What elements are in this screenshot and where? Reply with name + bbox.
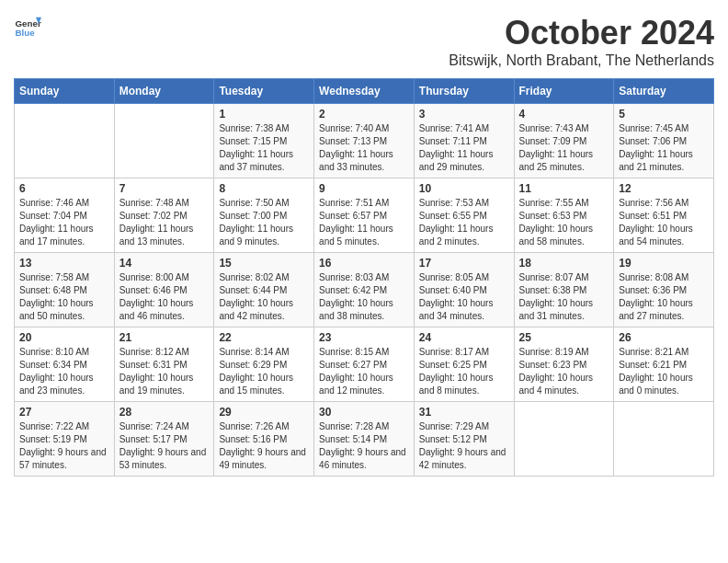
- calendar-cell: 3Sunrise: 7:41 AM Sunset: 7:11 PM Daylig…: [414, 104, 514, 178]
- day-number: 10: [419, 182, 509, 195]
- calendar-cell: 17Sunrise: 8:05 AM Sunset: 6:40 PM Dayli…: [414, 253, 514, 327]
- calendar-cell: 29Sunrise: 7:26 AM Sunset: 5:16 PM Dayli…: [214, 402, 314, 477]
- calendar-cell: 7Sunrise: 7:48 AM Sunset: 7:02 PM Daylig…: [114, 178, 214, 253]
- title-area: October 2024 Bitswijk, North Brabant, Th…: [449, 14, 714, 69]
- day-number: 27: [19, 406, 109, 419]
- day-info: Sunrise: 7:46 AM Sunset: 7:04 PM Dayligh…: [19, 197, 109, 248]
- day-info: Sunrise: 8:03 AM Sunset: 6:42 PM Dayligh…: [319, 271, 409, 323]
- day-number: 13: [19, 257, 109, 270]
- day-number: 7: [119, 182, 210, 195]
- calendar-cell: 4Sunrise: 7:43 AM Sunset: 7:09 PM Daylig…: [514, 104, 614, 178]
- day-info: Sunrise: 8:17 AM Sunset: 6:25 PM Dayligh…: [419, 346, 509, 397]
- calendar-cell: [114, 104, 214, 178]
- calendar-cell: 22Sunrise: 8:14 AM Sunset: 6:29 PM Dayli…: [214, 327, 314, 402]
- calendar-cell: 16Sunrise: 8:03 AM Sunset: 6:42 PM Dayli…: [314, 253, 415, 327]
- calendar-cell: 31Sunrise: 7:29 AM Sunset: 5:12 PM Dayli…: [414, 402, 514, 477]
- day-info: Sunrise: 7:41 AM Sunset: 7:11 PM Dayligh…: [419, 122, 509, 174]
- calendar-cell: [15, 104, 115, 178]
- day-number: 25: [519, 331, 609, 344]
- day-number: 21: [119, 331, 210, 344]
- day-number: 20: [19, 331, 109, 344]
- week-row-3: 13Sunrise: 7:58 AM Sunset: 6:48 PM Dayli…: [15, 253, 714, 327]
- day-header-monday: Monday: [114, 79, 214, 104]
- day-number: 9: [319, 182, 409, 195]
- day-info: Sunrise: 8:12 AM Sunset: 6:31 PM Dayligh…: [119, 346, 210, 397]
- calendar-cell: 11Sunrise: 7:55 AM Sunset: 6:53 PM Dayli…: [514, 178, 614, 253]
- day-info: Sunrise: 8:14 AM Sunset: 6:29 PM Dayligh…: [219, 346, 309, 397]
- calendar-cell: 26Sunrise: 8:21 AM Sunset: 6:21 PM Dayli…: [614, 327, 714, 402]
- day-number: 3: [419, 108, 509, 121]
- day-info: Sunrise: 7:53 AM Sunset: 6:55 PM Dayligh…: [419, 197, 509, 248]
- calendar-cell: [514, 402, 614, 477]
- day-info: Sunrise: 7:38 AM Sunset: 7:15 PM Dayligh…: [219, 122, 309, 174]
- calendar-cell: 15Sunrise: 8:02 AM Sunset: 6:44 PM Dayli…: [214, 253, 314, 327]
- day-info: Sunrise: 8:02 AM Sunset: 6:44 PM Dayligh…: [219, 271, 309, 323]
- week-row-5: 27Sunrise: 7:22 AM Sunset: 5:19 PM Dayli…: [15, 402, 714, 477]
- calendar-cell: 23Sunrise: 8:15 AM Sunset: 6:27 PM Dayli…: [314, 327, 415, 402]
- week-row-1: 1Sunrise: 7:38 AM Sunset: 7:15 PM Daylig…: [15, 104, 714, 178]
- calendar-cell: 9Sunrise: 7:51 AM Sunset: 6:57 PM Daylig…: [314, 178, 415, 253]
- day-header-tuesday: Tuesday: [214, 79, 314, 104]
- day-number: 23: [319, 331, 409, 344]
- calendar-table: SundayMondayTuesdayWednesdayThursdayFrid…: [14, 78, 714, 477]
- calendar-cell: 18Sunrise: 8:07 AM Sunset: 6:38 PM Dayli…: [514, 253, 614, 327]
- day-number: 2: [319, 108, 409, 121]
- calendar-cell: 8Sunrise: 7:50 AM Sunset: 7:00 PM Daylig…: [214, 178, 314, 253]
- day-info: Sunrise: 8:07 AM Sunset: 6:38 PM Dayligh…: [519, 271, 609, 323]
- week-row-2: 6Sunrise: 7:46 AM Sunset: 7:04 PM Daylig…: [15, 178, 714, 253]
- day-number: 28: [119, 406, 210, 419]
- calendar-cell: 6Sunrise: 7:46 AM Sunset: 7:04 PM Daylig…: [15, 178, 115, 253]
- day-info: Sunrise: 7:48 AM Sunset: 7:02 PM Dayligh…: [119, 197, 210, 248]
- day-info: Sunrise: 7:40 AM Sunset: 7:13 PM Dayligh…: [319, 122, 409, 174]
- day-info: Sunrise: 8:15 AM Sunset: 6:27 PM Dayligh…: [319, 346, 409, 397]
- location-subtitle: Bitswijk, North Brabant, The Netherlands: [449, 52, 714, 69]
- page-header: General Blue October 2024 Bitswijk, Nort…: [14, 14, 714, 69]
- day-info: Sunrise: 7:51 AM Sunset: 6:57 PM Dayligh…: [319, 197, 409, 248]
- day-header-saturday: Saturday: [614, 79, 714, 104]
- day-info: Sunrise: 7:29 AM Sunset: 5:12 PM Dayligh…: [419, 420, 509, 472]
- calendar-cell: 12Sunrise: 7:56 AM Sunset: 6:51 PM Dayli…: [614, 178, 714, 253]
- day-number: 8: [219, 182, 309, 195]
- day-number: 26: [619, 331, 709, 344]
- day-info: Sunrise: 7:55 AM Sunset: 6:53 PM Dayligh…: [519, 197, 609, 248]
- day-number: 14: [119, 257, 210, 270]
- day-number: 6: [19, 182, 109, 195]
- day-number: 16: [319, 257, 409, 270]
- day-info: Sunrise: 7:28 AM Sunset: 5:14 PM Dayligh…: [319, 420, 409, 472]
- day-info: Sunrise: 7:26 AM Sunset: 5:16 PM Dayligh…: [219, 420, 309, 472]
- day-info: Sunrise: 7:43 AM Sunset: 7:09 PM Dayligh…: [519, 122, 609, 174]
- day-info: Sunrise: 7:24 AM Sunset: 5:17 PM Dayligh…: [119, 420, 210, 472]
- day-info: Sunrise: 8:00 AM Sunset: 6:46 PM Dayligh…: [119, 271, 210, 323]
- day-header-sunday: Sunday: [15, 79, 115, 104]
- day-info: Sunrise: 8:05 AM Sunset: 6:40 PM Dayligh…: [419, 271, 509, 323]
- day-info: Sunrise: 7:50 AM Sunset: 7:00 PM Dayligh…: [219, 197, 309, 248]
- calendar-cell: 30Sunrise: 7:28 AM Sunset: 5:14 PM Dayli…: [314, 402, 415, 477]
- svg-text:Blue: Blue: [16, 28, 36, 38]
- day-info: Sunrise: 8:19 AM Sunset: 6:23 PM Dayligh…: [519, 346, 609, 397]
- day-header-thursday: Thursday: [414, 79, 514, 104]
- day-info: Sunrise: 8:10 AM Sunset: 6:34 PM Dayligh…: [19, 346, 109, 397]
- calendar-cell: 1Sunrise: 7:38 AM Sunset: 7:15 PM Daylig…: [214, 104, 314, 178]
- day-number: 1: [219, 108, 309, 121]
- month-title: October 2024: [449, 14, 714, 52]
- day-info: Sunrise: 8:21 AM Sunset: 6:21 PM Dayligh…: [619, 346, 709, 397]
- calendar-cell: 19Sunrise: 8:08 AM Sunset: 6:36 PM Dayli…: [614, 253, 714, 327]
- day-number: 22: [219, 331, 309, 344]
- calendar-cell: 28Sunrise: 7:24 AM Sunset: 5:17 PM Dayli…: [114, 402, 214, 477]
- day-info: Sunrise: 7:56 AM Sunset: 6:51 PM Dayligh…: [619, 197, 709, 248]
- calendar-cell: 2Sunrise: 7:40 AM Sunset: 7:13 PM Daylig…: [314, 104, 415, 178]
- calendar-cell: 5Sunrise: 7:45 AM Sunset: 7:06 PM Daylig…: [614, 104, 714, 178]
- header-row: SundayMondayTuesdayWednesdayThursdayFrid…: [15, 79, 714, 104]
- day-number: 5: [619, 108, 709, 121]
- day-number: 11: [519, 182, 609, 195]
- logo-icon: General Blue: [14, 14, 41, 41]
- day-number: 24: [419, 331, 509, 344]
- day-info: Sunrise: 8:08 AM Sunset: 6:36 PM Dayligh…: [619, 271, 709, 323]
- day-info: Sunrise: 7:58 AM Sunset: 6:48 PM Dayligh…: [19, 271, 109, 323]
- day-info: Sunrise: 7:22 AM Sunset: 5:19 PM Dayligh…: [19, 420, 109, 472]
- calendar-cell: 25Sunrise: 8:19 AM Sunset: 6:23 PM Dayli…: [514, 327, 614, 402]
- day-number: 17: [419, 257, 509, 270]
- calendar-cell: [614, 402, 714, 477]
- logo: General Blue: [14, 14, 41, 41]
- calendar-cell: 10Sunrise: 7:53 AM Sunset: 6:55 PM Dayli…: [414, 178, 514, 253]
